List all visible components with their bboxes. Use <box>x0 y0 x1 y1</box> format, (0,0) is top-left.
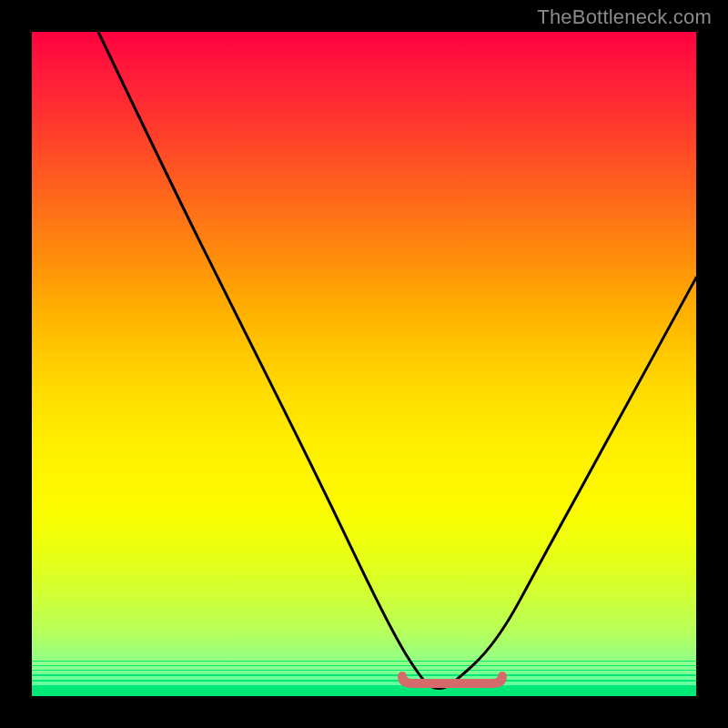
sweet-spot-segment <box>402 676 502 683</box>
gradient-plot-area <box>32 32 696 696</box>
watermark-text: TheBottleneck.com <box>537 5 712 29</box>
bottleneck-chart <box>32 32 696 696</box>
chart-frame: TheBottleneck.com <box>0 0 728 728</box>
bottleneck-curve <box>98 32 696 688</box>
